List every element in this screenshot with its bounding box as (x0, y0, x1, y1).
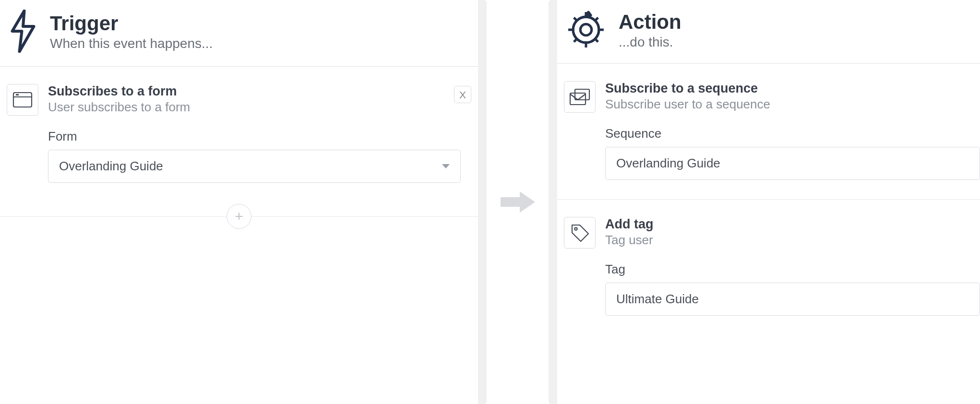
form-field-label: Form (48, 129, 471, 144)
flow-divider (478, 0, 557, 404)
svg-point-5 (580, 24, 592, 36)
svg-point-17 (574, 227, 577, 230)
trigger-header: Trigger When this event happens... (0, 0, 478, 67)
action-card-sequence: Subscribe to a sequence Subscribe user t… (557, 64, 980, 200)
trigger-card: X Subscribes to a form User subscribes t… (0, 67, 478, 202)
sequence-field-label: Sequence (605, 126, 980, 141)
action-title: Action (619, 12, 681, 33)
action-panel: Action ...do this. Subscribe to a sequen… (557, 0, 980, 404)
gear-icon (566, 10, 606, 52)
action-card-title: Add tag (605, 217, 654, 232)
action-subtitle: ...do this. (619, 35, 681, 50)
sequence-select[interactable]: Overlanding Guide (605, 147, 980, 180)
tag-select-value: Ultimate Guide (616, 292, 699, 307)
form-select-value: Overlanding Guide (59, 159, 163, 174)
svg-marker-4 (501, 191, 535, 213)
trigger-panel: Trigger When this event happens... X Sub… (0, 0, 478, 404)
svg-rect-16 (575, 89, 589, 100)
svg-point-14 (573, 17, 599, 43)
form-select[interactable]: Overlanding Guide (48, 150, 461, 183)
action-card-title: Subscribe to a sequence (605, 81, 770, 96)
action-card-subtitle: Subscribe user to a sequence (605, 97, 770, 112)
close-button[interactable]: X (454, 86, 471, 103)
trigger-subtitle: When this event happens... (50, 36, 213, 51)
trigger-card-title: Subscribes to a form (48, 84, 190, 99)
chevron-down-icon (442, 164, 450, 168)
lightning-icon (9, 10, 37, 55)
svg-rect-15 (570, 93, 586, 105)
sequence-icon (564, 81, 596, 113)
tag-select[interactable]: Ultimate Guide (605, 283, 980, 316)
tag-icon (564, 217, 596, 249)
add-trigger-row: + (0, 202, 478, 231)
action-header: Action ...do this. (557, 0, 980, 64)
trigger-card-subtitle: User subscribes to a form (48, 100, 190, 115)
arrow-right-icon (499, 188, 537, 216)
form-icon (7, 84, 38, 116)
add-trigger-button[interactable]: + (227, 204, 251, 229)
sequence-select-value: Overlanding Guide (616, 156, 720, 171)
action-card-tag: Add tag Tag user Tag Ultimate Guide (557, 200, 980, 335)
svg-marker-0 (12, 11, 34, 52)
tag-field-label: Tag (605, 262, 980, 277)
action-card-subtitle: Tag user (605, 233, 654, 248)
trigger-title: Trigger (50, 13, 213, 34)
